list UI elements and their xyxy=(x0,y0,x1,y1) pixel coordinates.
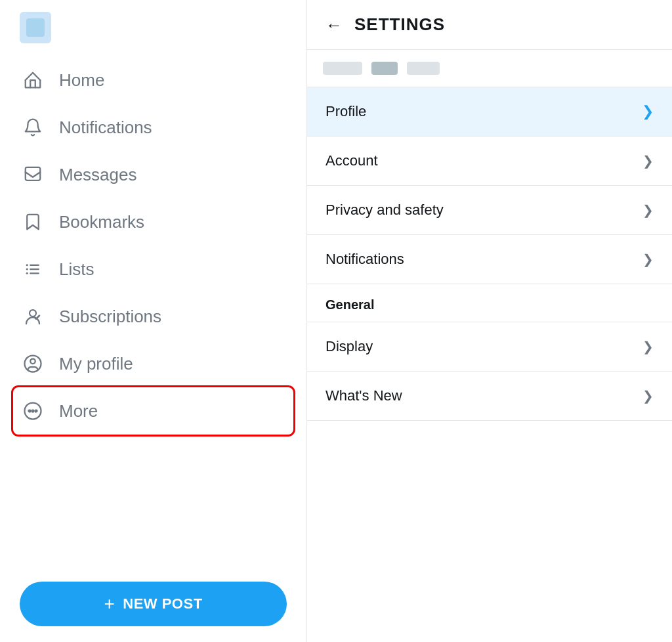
chevron-right-notifications-icon: ❯ xyxy=(642,251,654,267)
settings-item-account-label: Account xyxy=(326,152,378,169)
logo-inner xyxy=(26,18,45,37)
chevron-right-whats-new-icon: ❯ xyxy=(642,388,654,404)
settings-item-whats-new-label: What's New xyxy=(326,387,402,404)
settings-item-notifications-label: Notifications xyxy=(326,251,404,268)
profile-avatar-row xyxy=(323,62,656,87)
sidebar-item-my-profile[interactable]: My profile xyxy=(13,340,293,387)
svg-point-11 xyxy=(29,410,31,412)
bell-icon xyxy=(21,116,45,139)
general-section-header: General xyxy=(307,284,672,322)
new-post-plus-icon: + xyxy=(104,595,115,613)
settings-item-notifications[interactable]: Notifications ❯ xyxy=(307,235,672,284)
settings-item-profile[interactable]: Profile ❯ xyxy=(307,87,672,137)
svg-point-13 xyxy=(35,410,37,412)
subscriptions-icon xyxy=(21,305,45,328)
settings-body: Profile ❯ Account ❯ Privacy and safety ❯… xyxy=(307,50,672,421)
sidebar-item-more-label: More xyxy=(59,401,98,421)
sidebar-item-subscriptions[interactable]: Subscriptions xyxy=(13,293,293,340)
settings-item-privacy-and-safety[interactable]: Privacy and safety ❯ xyxy=(307,186,672,235)
settings-header: ← SETTINGS xyxy=(307,0,672,50)
svg-point-12 xyxy=(32,410,34,412)
sidebar-item-notifications-label: Notifications xyxy=(59,118,152,138)
sidebar-item-messages-label: Messages xyxy=(59,165,137,185)
sidebar-item-lists[interactable]: Lists xyxy=(13,246,293,293)
sidebar-item-home-label: Home xyxy=(59,70,104,91)
sidebar-item-messages[interactable]: Messages xyxy=(13,151,293,198)
sidebar-item-home[interactable]: Home xyxy=(13,56,293,104)
chevron-right-display-icon: ❯ xyxy=(642,339,654,354)
more-icon xyxy=(21,399,45,423)
sidebar: Home Notifications Messages Bookmarks xyxy=(0,0,307,642)
settings-item-privacy-label: Privacy and safety xyxy=(326,202,444,219)
settings-title: SETTINGS xyxy=(354,14,445,35)
svg-point-9 xyxy=(30,359,35,364)
svg-point-7 xyxy=(30,310,36,316)
settings-item-profile-label: Profile xyxy=(326,103,366,120)
avatar-placeholder xyxy=(323,62,362,75)
sidebar-item-bookmarks-label: Bookmarks xyxy=(59,212,144,232)
general-section-label-text: General xyxy=(326,297,374,312)
back-button[interactable]: ← xyxy=(326,16,343,33)
nav-menu: Home Notifications Messages Bookmarks xyxy=(13,56,293,570)
bookmark-icon xyxy=(21,210,45,234)
settings-item-account[interactable]: Account ❯ xyxy=(307,137,672,186)
settings-panel: ← SETTINGS Profile ❯ Account ❯ Privacy a… xyxy=(307,0,672,642)
sidebar-item-bookmarks[interactable]: Bookmarks xyxy=(13,198,293,246)
app-logo xyxy=(20,12,51,43)
settings-item-display-label: Display xyxy=(326,338,373,355)
chevron-right-privacy-icon: ❯ xyxy=(642,202,654,218)
settings-item-whats-new[interactable]: What's New ❯ xyxy=(307,372,672,421)
sidebar-item-notifications[interactable]: Notifications xyxy=(13,104,293,151)
settings-item-display[interactable]: Display ❯ xyxy=(307,322,672,372)
chevron-right-account-icon: ❯ xyxy=(642,153,654,169)
new-post-label: NEW POST xyxy=(123,595,202,612)
sidebar-item-lists-label: Lists xyxy=(59,259,94,280)
message-icon xyxy=(21,163,45,186)
avatar-handle-placeholder xyxy=(407,62,440,75)
profile-banner xyxy=(307,50,672,87)
profile-icon xyxy=(21,352,45,375)
chevron-right-profile-icon: ❯ xyxy=(642,103,654,120)
avatar-name-placeholder xyxy=(371,62,398,75)
new-post-button[interactable]: + NEW POST xyxy=(20,582,287,626)
list-icon xyxy=(21,257,45,281)
sidebar-item-subscriptions-label: Subscriptions xyxy=(59,307,161,327)
home-icon xyxy=(21,68,45,92)
sidebar-item-my-profile-label: My profile xyxy=(59,354,133,374)
sidebar-item-more[interactable]: More xyxy=(13,387,293,435)
